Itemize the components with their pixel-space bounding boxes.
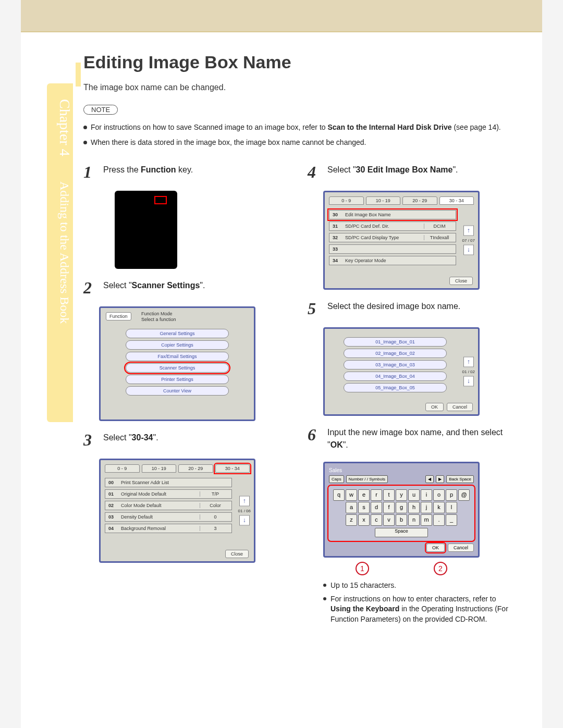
- tab-30-34[interactable]: 30 - 34: [439, 196, 474, 205]
- note-section: NOTE For instructions on how to save Sca…: [83, 105, 511, 148]
- menu-item[interactable]: Printer Settings: [126, 375, 229, 384]
- setting-row[interactable]: 34Key Operator Mode: [329, 256, 456, 265]
- menu-item-scanner-settings[interactable]: Scanner Settings: [126, 363, 229, 373]
- image-box-item[interactable]: 02_Image_Box_02: [344, 349, 447, 358]
- symbols-button[interactable]: Number / / Symbols: [346, 475, 388, 483]
- step-text: ".: [200, 281, 205, 290]
- setting-row[interactable]: 00Print Scanner Addr List: [105, 478, 232, 487]
- note-text: For instructions on how to save Scanned …: [91, 123, 327, 131]
- key[interactable]: f: [383, 502, 395, 513]
- image-box-item[interactable]: 01_Image_Box_01: [344, 337, 447, 347]
- tab[interactable]: 10 - 19: [142, 464, 177, 473]
- setting-row-edit-image-box[interactable]: 30Edit Image Box Name: [329, 210, 456, 219]
- device-photo: [115, 191, 177, 269]
- key[interactable]: s: [358, 502, 370, 513]
- function-button[interactable]: Function: [106, 312, 131, 320]
- ok-button[interactable]: OK: [425, 403, 444, 411]
- caps-button[interactable]: Caps: [329, 475, 344, 483]
- key[interactable]: p: [446, 489, 457, 501]
- screenshot-keyboard: Sales Caps Number / / Symbols ◀ ▶ Back S…: [323, 462, 480, 558]
- scroll-up-icon[interactable]: ↑: [463, 357, 474, 367]
- key[interactable]: a: [346, 502, 357, 513]
- key[interactable]: b: [396, 514, 407, 526]
- close-button[interactable]: Close: [225, 550, 249, 558]
- setting-row[interactable]: 01Original Mode DefaultT/P: [105, 489, 232, 499]
- screenshot-scanner-settings: Function Function Mode Select a function…: [99, 306, 255, 421]
- setting-row[interactable]: 33: [329, 244, 456, 254]
- tab[interactable]: 20 - 29: [402, 196, 437, 205]
- key[interactable]: _: [446, 514, 457, 526]
- row-val: TIndexall: [424, 235, 452, 240]
- key[interactable]: c: [371, 514, 382, 526]
- key[interactable]: g: [396, 502, 407, 513]
- key[interactable]: q: [333, 489, 345, 501]
- key[interactable]: v: [383, 514, 395, 526]
- row-label: Original Mode Default: [121, 491, 197, 497]
- setting-row[interactable]: 04Background Removal3: [105, 524, 232, 533]
- row-label: SD/PC Card Def. Dir.: [345, 224, 421, 229]
- scroll-up-icon[interactable]: ↑: [463, 226, 474, 236]
- key[interactable]: z: [346, 514, 357, 526]
- image-box-item[interactable]: 05_Image_Box_05: [344, 383, 447, 392]
- scroll-down-icon[interactable]: ↓: [463, 376, 474, 387]
- scroll-down-icon[interactable]: ↓: [463, 245, 474, 255]
- key[interactable]: e: [358, 489, 370, 501]
- menu-item[interactable]: Fax/Email Settings: [126, 352, 229, 361]
- menu-item[interactable]: Copier Settings: [126, 340, 229, 350]
- key[interactable]: i: [421, 489, 432, 501]
- key[interactable]: x: [358, 514, 370, 526]
- key[interactable]: @: [458, 489, 470, 501]
- cursor-right-icon[interactable]: ▶: [436, 475, 444, 483]
- key[interactable]: j: [421, 502, 432, 513]
- scroll-up-icon[interactable]: ↑: [239, 496, 250, 507]
- step-bold: 30 Edit Image Box Name: [356, 165, 453, 174]
- ok-button[interactable]: OK: [426, 544, 445, 552]
- tab[interactable]: 0 - 9: [105, 464, 140, 473]
- cursor-left-icon[interactable]: ◀: [425, 475, 434, 483]
- row-num: 04: [108, 526, 118, 531]
- tab-30-34[interactable]: 30 - 34: [215, 464, 250, 473]
- key[interactable]: d: [371, 502, 382, 513]
- key[interactable]: l: [446, 502, 457, 513]
- tab[interactable]: 10 - 19: [366, 196, 401, 205]
- setting-row[interactable]: 31SD/PC Card Def. Dir.DCIM: [329, 221, 456, 231]
- scroll-position: 01 / 06: [238, 509, 251, 513]
- screenshot-tab-30-34: 0 - 9 10 - 19 20 - 29 30 - 34 00Print Sc…: [99, 459, 255, 563]
- space-key[interactable]: Space: [375, 528, 428, 537]
- note-text: (see page 14).: [452, 123, 501, 131]
- tab-row: 0 - 9 10 - 19 20 - 29 30 - 34: [329, 196, 474, 205]
- cancel-button[interactable]: Cancel: [448, 544, 474, 552]
- key[interactable]: h: [408, 502, 420, 513]
- note-item: For instructions on how to save Scanned …: [83, 122, 511, 133]
- key[interactable]: u: [408, 489, 420, 501]
- key[interactable]: t: [383, 489, 395, 501]
- key[interactable]: m: [421, 514, 432, 526]
- page-title: Editing Image Box Name: [83, 52, 511, 72]
- key[interactable]: y: [396, 489, 407, 501]
- key[interactable]: n: [408, 514, 420, 526]
- image-box-item[interactable]: 03_Image_Box_03: [344, 360, 447, 369]
- menu-item[interactable]: Counter View: [126, 386, 229, 396]
- row-val: 3: [200, 526, 228, 531]
- scroll-down-icon[interactable]: ↓: [239, 515, 250, 526]
- image-box-item[interactable]: 04_Image_Box_04: [344, 372, 447, 381]
- close-button[interactable]: Close: [449, 277, 473, 285]
- setting-row[interactable]: 32SD/PC Card Display TypeTIndexall: [329, 233, 456, 242]
- setting-row[interactable]: 02Color Mode DefaultColor: [105, 501, 232, 510]
- tab[interactable]: 0 - 9: [329, 196, 364, 205]
- row-label: Print Scanner Addr List: [121, 480, 197, 485]
- key[interactable]: w: [346, 489, 357, 501]
- step-text: Select ": [327, 165, 356, 174]
- menu-item[interactable]: General Settings: [126, 329, 229, 338]
- step-body: Input the new image box name, and then s…: [327, 426, 511, 451]
- cancel-button[interactable]: Cancel: [447, 403, 473, 411]
- step-text: Select ": [103, 281, 132, 290]
- backspace-button[interactable]: Back Space: [446, 475, 474, 483]
- tab[interactable]: 20 - 29: [178, 464, 213, 473]
- setting-row[interactable]: 03Density Default0: [105, 512, 232, 522]
- scroll-position: 07 / 07: [462, 238, 475, 243]
- key[interactable]: o: [433, 489, 445, 501]
- key[interactable]: r: [371, 489, 382, 501]
- key[interactable]: k: [433, 502, 445, 513]
- key[interactable]: .: [433, 514, 445, 526]
